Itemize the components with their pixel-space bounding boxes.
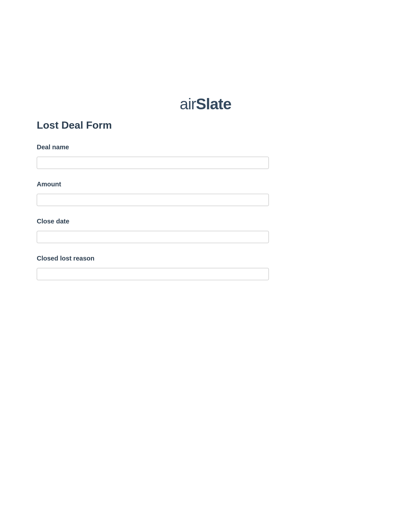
deal-name-label: Deal name <box>37 143 269 151</box>
deal-name-input[interactable] <box>37 157 269 169</box>
amount-input[interactable] <box>37 194 269 206</box>
field-group-amount: Amount <box>37 181 269 206</box>
field-group-closed-lost-reason: Closed lost reason <box>37 255 269 280</box>
logo-prefix: air <box>180 95 196 113</box>
close-date-input[interactable] <box>37 231 269 243</box>
form-container: Lost Deal Form Deal name Amount Close da… <box>37 119 269 292</box>
airslate-logo: airSlate <box>180 95 231 113</box>
field-group-deal-name: Deal name <box>37 143 269 169</box>
field-group-close-date: Close date <box>37 218 269 243</box>
amount-label: Amount <box>37 181 269 188</box>
logo-suffix: Slate <box>196 95 231 113</box>
closed-lost-reason-input[interactable] <box>37 268 269 280</box>
close-date-label: Close date <box>37 218 269 225</box>
form-title: Lost Deal Form <box>37 119 269 131</box>
closed-lost-reason-label: Closed lost reason <box>37 255 269 262</box>
logo-container: airSlate <box>0 95 411 113</box>
